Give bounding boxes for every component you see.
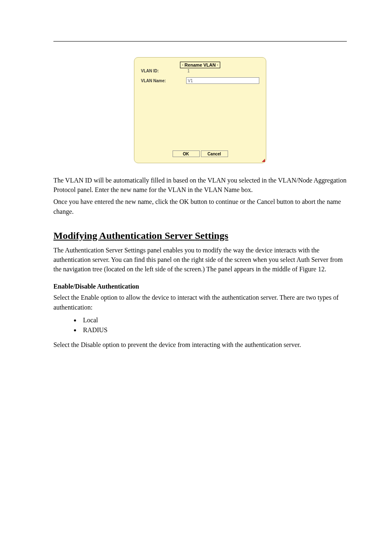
- vlan-name-label: VLAN Name:: [141, 79, 186, 83]
- subheading-enable-disable: Enable/Disable Authentication: [53, 283, 347, 290]
- vlan-id-input: [186, 67, 259, 74]
- auth-type-list: Local RADIUS: [53, 315, 347, 335]
- paragraph-disable-option: Select the Disable option to prevent the…: [53, 340, 347, 349]
- cancel-button[interactable]: Cancel: [201, 150, 228, 157]
- vlan-name-row: VLAN Name:: [134, 76, 266, 85]
- vlan-name-input[interactable]: [186, 77, 259, 84]
- paragraph-auth-server-intro: The Authentication Server Settings panel…: [53, 245, 347, 274]
- section-heading-auth-server: Modifying Authentication Server Settings: [53, 230, 347, 241]
- dialog-button-row: OK Cancel: [134, 150, 266, 157]
- rename-vlan-dialog-wrap: · Rename VLAN · VLAN ID: VLAN Name: OK C…: [53, 57, 347, 163]
- body-text: The VLAN ID will be automatically filled…: [53, 176, 347, 349]
- list-item: Local: [81, 315, 347, 325]
- vlan-id-label: VLAN ID:: [141, 69, 186, 73]
- paragraph-rename-instructions: The VLAN ID will be automatically filled…: [53, 176, 347, 194]
- paragraph-ok-cancel: Once you have entered the new name, clic…: [53, 197, 347, 216]
- resize-grip-icon: [262, 159, 265, 162]
- horizontal-rule: [53, 41, 347, 42]
- dialog-title: · Rename VLAN ·: [180, 62, 220, 68]
- rename-vlan-dialog: · Rename VLAN · VLAN ID: VLAN Name: OK C…: [134, 57, 266, 163]
- paragraph-enable-option: Select the Enable option to allow the de…: [53, 293, 347, 312]
- list-item: RADIUS: [81, 325, 347, 335]
- ok-button[interactable]: OK: [173, 150, 200, 157]
